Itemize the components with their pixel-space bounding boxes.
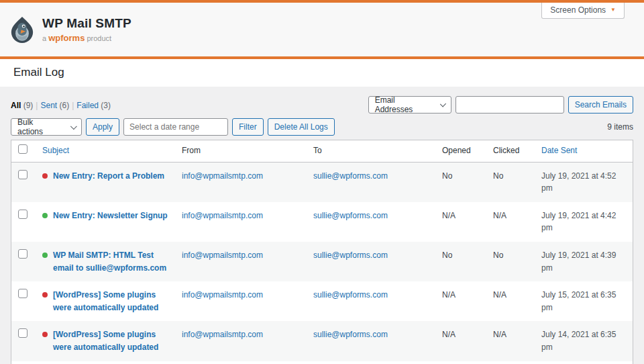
date-range-input[interactable] bbox=[123, 118, 228, 136]
view-link-all[interactable]: All bbox=[11, 101, 21, 110]
row-checkbox-cell bbox=[11, 242, 36, 270]
view-link-failed[interactable]: Failed bbox=[76, 101, 99, 110]
subject-link[interactable]: New Entry: Report a Problem bbox=[53, 170, 164, 183]
wp-mail-smtp-pigeon-logo bbox=[9, 16, 35, 43]
tagline-suffix: product bbox=[87, 34, 111, 42]
opened-value: No bbox=[442, 171, 452, 181]
date-sent-value: July 19, 2021 at 4:42 pm bbox=[541, 211, 616, 233]
screen-options-button[interactable]: Screen Options ▼ bbox=[541, 3, 625, 19]
row-checkbox[interactable] bbox=[18, 170, 28, 179]
subject-link[interactable]: WP Mail SMTP: HTML Test email to sullie@… bbox=[53, 249, 170, 274]
plugin-header: WP Mail SMTP a wpforms product Screen Op… bbox=[0, 3, 644, 56]
view-separator: | bbox=[72, 101, 74, 110]
column-header-to: To bbox=[307, 140, 436, 161]
row-checkbox-cell bbox=[11, 163, 36, 191]
clicked-cell: N/A bbox=[487, 281, 535, 309]
from-email-link[interactable]: info@wpmailsmtp.com bbox=[182, 290, 263, 300]
row-checkbox[interactable] bbox=[18, 249, 28, 259]
to-cell: sullie@wpforms.com bbox=[307, 281, 436, 309]
view-filter-links: All (9)|Sent (6)|Failed (3) bbox=[11, 101, 111, 113]
opened-cell: Yes bbox=[436, 361, 487, 364]
status-failed-dot-icon bbox=[42, 173, 48, 179]
status-sent-dot-icon bbox=[42, 253, 48, 258]
to-cell: sullie@wpforms.com bbox=[307, 202, 436, 230]
brand-tagline: a wpforms product bbox=[42, 33, 131, 43]
clicked-cell: No bbox=[487, 242, 535, 269]
toolbar-row: Bulk actions Apply Filter Delete All Log… bbox=[11, 118, 633, 136]
to-email-link[interactable]: sullie@wpforms.com bbox=[313, 171, 388, 181]
from-cell: info@wpmailsmtp.com bbox=[176, 281, 307, 309]
row-checkbox[interactable] bbox=[18, 289, 28, 298]
from-email-link[interactable]: info@wpmailsmtp.com bbox=[182, 171, 263, 181]
date_sent-cell: July 15, 2021 at 6:35 pm bbox=[535, 281, 633, 321]
search-field-select[interactable]: Email Addresses bbox=[368, 96, 451, 113]
row-checkbox[interactable] bbox=[18, 328, 28, 338]
email-log-table: SubjectFromToOpenedClickedDate Sent New … bbox=[11, 140, 633, 364]
table-row: WP Mail SMTP: HTML Test email to sullie@… bbox=[11, 242, 633, 281]
to-email-link[interactable]: sullie@wpforms.com bbox=[313, 330, 388, 339]
view-link-sent[interactable]: Sent bbox=[40, 101, 57, 110]
from-cell: info@wpmailsmtp.com bbox=[176, 202, 307, 230]
table-row: New Entry: Newsletter Signupinfo@wpmails… bbox=[11, 202, 633, 242]
status-failed-dot-icon bbox=[42, 292, 48, 298]
opened-cell: N/A bbox=[436, 281, 487, 309]
clicked-value: No bbox=[493, 251, 503, 260]
date_sent-cell: July 14, 2021 at 6:35 pm bbox=[535, 321, 633, 361]
top-accent-bar bbox=[0, 0, 644, 3]
from-email-link[interactable]: info@wpmailsmtp.com bbox=[182, 211, 263, 220]
search-emails-button[interactable]: Search Emails bbox=[568, 96, 633, 113]
row-checkbox-cell bbox=[11, 361, 36, 364]
from-email-link[interactable]: info@wpmailsmtp.com bbox=[182, 251, 263, 260]
caret-down-icon: ▼ bbox=[610, 7, 616, 13]
search-input[interactable] bbox=[455, 96, 564, 113]
to-email-link[interactable]: sullie@wpforms.com bbox=[313, 211, 388, 220]
table-row: New Entry: Report a Probleminfo@wpmailsm… bbox=[11, 163, 633, 202]
filter-button[interactable]: Filter bbox=[232, 118, 264, 136]
title-band: Email Log bbox=[0, 59, 644, 87]
items-count: 9 items bbox=[607, 122, 633, 132]
subject-link[interactable]: [WordPress] Some plugins were automatica… bbox=[53, 289, 170, 314]
date-sent-value: July 19, 2021 at 4:52 pm bbox=[541, 171, 616, 193]
column-header-subject[interactable]: Subject bbox=[36, 140, 176, 161]
clicked-cell: N/A bbox=[487, 321, 535, 349]
column-header-date_sent[interactable]: Date Sent bbox=[535, 140, 633, 161]
opened-cell: No bbox=[436, 242, 487, 269]
row-checkbox[interactable] bbox=[18, 210, 28, 219]
status-sent-dot-icon bbox=[42, 213, 48, 218]
search-field-select-value: Email Addresses bbox=[375, 95, 430, 114]
subject-cell: New Entry: Report a Problem bbox=[36, 163, 176, 190]
from-cell: info@wpmailsmtp.com bbox=[176, 242, 307, 269]
to-email-link[interactable]: sullie@wpforms.com bbox=[313, 251, 388, 260]
clicked-value: N/A bbox=[493, 211, 506, 220]
date_sent-cell: July 19, 2021 at 4:39 pm bbox=[535, 242, 633, 281]
subject-cell: [WordPress] Some plugins were automatica… bbox=[36, 321, 176, 361]
delete-all-logs-button[interactable]: Delete All Logs bbox=[268, 118, 335, 136]
chevron-down-icon bbox=[440, 101, 447, 107]
table-header-row: SubjectFromToOpenedClickedDate Sent bbox=[11, 140, 633, 163]
date_sent-cell: July 19, 2021 at 4:52 pm bbox=[535, 163, 633, 202]
subject-link[interactable]: [WordPress] Some plugins were automatica… bbox=[53, 328, 170, 353]
subject-cell: [WordPress] Some plugins were automatica… bbox=[36, 281, 176, 321]
subject-link[interactable]: New Entry: Newsletter Signup bbox=[53, 210, 168, 222]
date-sent-value: July 15, 2021 at 6:35 pm bbox=[541, 290, 616, 312]
clicked-value: No bbox=[493, 171, 503, 181]
view-count: (6) bbox=[60, 101, 70, 110]
from-cell: info@wpmailsmtp.com bbox=[176, 361, 307, 364]
row-checkbox-cell bbox=[11, 281, 36, 310]
opened-value: N/A bbox=[442, 211, 455, 220]
clicked-cell: No bbox=[487, 361, 535, 364]
wpforms-wordmark: wpforms bbox=[48, 33, 85, 43]
to-email-link[interactable]: sullie@wpforms.com bbox=[313, 290, 388, 300]
clicked-cell: No bbox=[487, 163, 535, 190]
from-cell: info@wpmailsmtp.com bbox=[176, 321, 307, 349]
from-email-link[interactable]: info@wpmailsmtp.com bbox=[182, 330, 263, 339]
column-header-opened: Opened bbox=[436, 140, 487, 161]
bulk-actions-select[interactable]: Bulk actions bbox=[11, 118, 82, 136]
search-group: Email Addresses Search Emails bbox=[368, 96, 633, 113]
select-all-checkbox[interactable] bbox=[18, 144, 28, 154]
apply-button[interactable]: Apply bbox=[86, 118, 119, 136]
opened-cell: No bbox=[436, 163, 487, 190]
date_sent-cell: July 19, 2021 at 4:42 pm bbox=[535, 202, 633, 242]
clicked-value: N/A bbox=[493, 290, 506, 300]
view-separator: | bbox=[36, 101, 38, 110]
